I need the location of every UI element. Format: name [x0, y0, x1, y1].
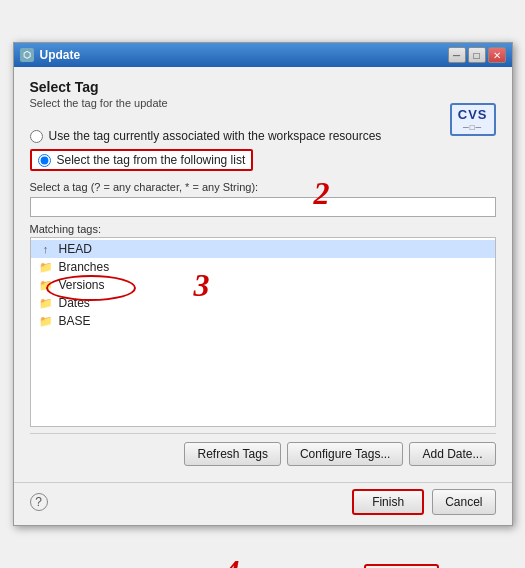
minimize-button[interactable]: ─ — [448, 47, 466, 63]
refresh-tags-button[interactable]: Refresh Tags — [184, 442, 280, 466]
list-item[interactable]: 📁 Dates — [31, 294, 495, 312]
option1-radio[interactable]: Use the tag currently associated with th… — [30, 129, 496, 143]
filter-label: Select a tag (? = any character, * = any… — [30, 181, 496, 193]
arrow-up-icon: ↑ — [39, 242, 53, 256]
folder-icon: 📁 — [39, 278, 53, 292]
list-item[interactable]: ↑ HEAD — [31, 240, 495, 258]
window-icon: ⬡ — [20, 48, 34, 62]
cancel-button[interactable]: Cancel — [432, 489, 495, 515]
tag-item-label: Versions — [59, 278, 105, 292]
option2-label: Select the tag from the following list — [57, 153, 246, 167]
filter-input[interactable] — [30, 197, 496, 217]
option2-radio-input[interactable] — [38, 154, 51, 167]
annotation-4: 4 — [224, 553, 240, 568]
tag-item-label: Branches — [59, 260, 110, 274]
annotation-rect-finish — [364, 564, 439, 568]
tag-item-label: BASE — [59, 314, 91, 328]
add-date-button[interactable]: Add Date... — [409, 442, 495, 466]
list-item[interactable]: 📁 Branches — [31, 258, 495, 276]
tag-list: ↑ HEAD 📁 Branches 📁 Versions 📁 Dates 📁 — [30, 237, 496, 427]
list-item[interactable]: 📁 Versions — [31, 276, 495, 294]
option1-radio-input[interactable] — [30, 130, 43, 143]
maximize-button[interactable]: □ — [468, 47, 486, 63]
folder-icon: 📁 — [39, 296, 53, 310]
cvs-logo: CVS ─□─ — [450, 103, 496, 136]
matching-label: Matching tags: — [30, 223, 496, 235]
tag-item-label: HEAD — [59, 242, 92, 256]
folder-icon: 📁 — [39, 260, 53, 274]
option2-radio[interactable]: Select the tag from the following list — [30, 149, 254, 171]
window-controls: ─ □ ✕ — [448, 47, 506, 63]
page-subtitle: Select the tag for the update — [30, 97, 168, 109]
configure-tags-button[interactable]: Configure Tags... — [287, 442, 404, 466]
page-title: Select Tag — [30, 79, 168, 95]
close-button[interactable]: ✕ — [488, 47, 506, 63]
option1-label: Use the tag currently associated with th… — [49, 129, 382, 143]
tag-item-label: Dates — [59, 296, 90, 310]
folder-icon: 📁 — [39, 314, 53, 328]
help-button[interactable]: ? — [30, 493, 48, 511]
finish-button[interactable]: Finish — [352, 489, 424, 515]
list-item[interactable]: 📁 BASE — [31, 312, 495, 330]
window-title: Update — [40, 48, 81, 62]
